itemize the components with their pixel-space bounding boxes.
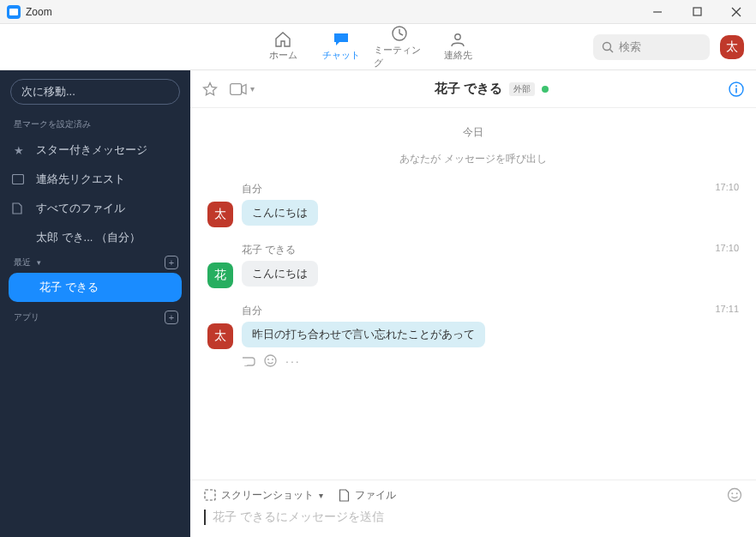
svg-line-6 [399,33,403,35]
message-sender: 花子 できる [207,243,739,257]
svg-rect-1 [693,8,701,15]
chevron-down-icon: ▾ [37,258,41,267]
minimize-icon [652,7,663,17]
user-card-icon [12,174,26,184]
svg-rect-10 [13,175,24,184]
message-timestamp: 17:11 [715,304,739,314]
presence-green-icon [542,86,549,93]
chat-icon [333,32,350,47]
contacts-icon [449,32,466,47]
svg-line-9 [610,49,614,52]
nav-tab-meetings[interactable]: ミーティング [374,25,425,69]
svg-point-21 [736,492,738,494]
file-attach-button[interactable]: ファイル [339,488,396,503]
window-maximize-button[interactable] [677,0,717,24]
window-close-button[interactable] [717,0,756,24]
self-avatar[interactable]: 太 [720,35,744,59]
window-minimize-button[interactable] [638,0,677,24]
smile-icon [264,354,277,367]
external-badge: 外部 [509,82,535,96]
start-video-button[interactable]: ▾ [230,83,255,95]
smile-icon [727,487,742,503]
nav-tab-label: チャット [322,49,360,62]
screenshot-button[interactable]: スクリーンショット ▾ [204,488,323,503]
nav-tabs: ホーム チャット ミーティング 連絡先 [257,25,483,69]
message-actions: ··· [207,354,739,368]
chat-title: 花子 できる [435,81,502,97]
svg-point-17 [272,359,273,360]
svg-point-16 [267,359,269,360]
search-icon [602,41,614,53]
jump-to-input[interactable]: 次に移動... [10,79,180,105]
svg-point-15 [265,355,276,366]
sidebar-item-self[interactable]: 太郎 でき... （自分） [0,223,190,252]
zoom-logo-icon [7,5,21,19]
sidebar-section-recent[interactable]: 最近 ▾ [14,256,41,268]
search-input[interactable]: 検索 [593,34,710,60]
chevron-down-icon: ▾ [319,491,323,500]
svg-rect-14 [735,87,737,93]
sidebar-section-apps[interactable]: アプリ [14,311,39,323]
file-icon [339,489,350,502]
star-toggle-button[interactable] [202,81,218,97]
reply-button[interactable] [242,354,255,368]
window-controls [638,0,756,24]
sidebar-item-starred-messages[interactable]: ★ スター付きメッセージ [0,136,190,165]
date-separator: 今日 [207,125,739,140]
sidebar-section-starred: 星マークを設定済み [0,115,190,136]
sidebar-item-hanako[interactable]: 花子 できる [9,273,182,302]
nav-tab-contacts[interactable]: 連絡先 [432,25,483,69]
emoji-button[interactable] [727,487,742,503]
sidebar-item-label: 花子 できる [39,280,99,295]
info-button[interactable] [729,81,744,97]
nav-tab-chat[interactable]: チャット [315,25,367,69]
message-timestamp: 17:10 [715,182,739,192]
chat-pane: ▾ 花子 できる 外部 今日 あなたが メッセージを呼び出し 自分 17:10 … [190,70,756,537]
close-icon [731,7,741,17]
sidebar-item-label: 連絡先リクエスト [36,172,125,187]
add-app-button[interactable]: + [165,311,178,324]
home-icon [274,32,291,47]
svg-point-7 [455,34,460,39]
top-navbar: ホーム チャット ミーティング 連絡先 検索 太 [0,24,756,70]
message-group: 自分 17:11 太 昨日の打ち合わせで言い忘れたことがあって ··· [207,304,739,368]
avatar: 太 [207,202,233,227]
reply-icon [242,354,255,366]
message-group: 自分 17:10 太 こんにちは [207,182,739,227]
svg-point-8 [603,42,611,50]
file-icon [12,202,26,214]
window-title: Zoom [26,6,52,18]
sidebar-item-label: スター付きメッセージ [36,142,147,158]
chat-message-list[interactable]: 今日 あなたが メッセージを呼び出し 自分 17:10 太 こんにちは 花子 で… [190,108,756,480]
chat-header: ▾ 花子 できる 外部 [190,70,756,108]
clock-icon [391,25,408,42]
message-sender: 自分 [207,304,739,318]
sidebar-item-label: すべてのファイル [36,201,125,216]
nav-tab-label: 連絡先 [444,49,472,62]
message-bubble[interactable]: こんにちは [242,200,318,226]
svg-rect-18 [205,490,215,500]
star-outline-icon [202,81,218,97]
svg-rect-11 [231,83,242,94]
message-input[interactable]: 花子 できるにメッセージを送信 [204,510,742,525]
message-sender: 自分 [207,182,739,196]
message-timestamp: 17:10 [715,243,739,253]
message-composer: スクリーンショット ▾ ファイル 花子 できるにメッセージを送信 [190,480,756,537]
sidebar-item-contact-requests[interactable]: 連絡先リクエスト [0,165,190,194]
sidebar-item-all-files[interactable]: すべてのファイル [0,194,190,223]
svg-point-19 [729,489,741,502]
star-icon: ★ [12,144,26,157]
nav-tab-home[interactable]: ホーム [257,25,309,69]
avatar: 太 [207,323,233,349]
video-icon [230,83,247,95]
screenshot-icon [204,489,216,501]
avatar: 花 [207,262,233,288]
more-actions-button[interactable]: ··· [285,354,301,368]
message-bubble[interactable]: 昨日の打ち合わせで言い忘れたことがあって [242,322,485,347]
react-button[interactable] [264,354,277,368]
message-bubble[interactable]: こんにちは [242,261,318,287]
add-channel-button[interactable]: + [165,256,178,269]
system-message: あなたが メッセージを呼び出し [207,152,739,166]
sidebar-item-label: 太郎 でき... （自分） [36,230,141,245]
info-icon [729,81,744,97]
